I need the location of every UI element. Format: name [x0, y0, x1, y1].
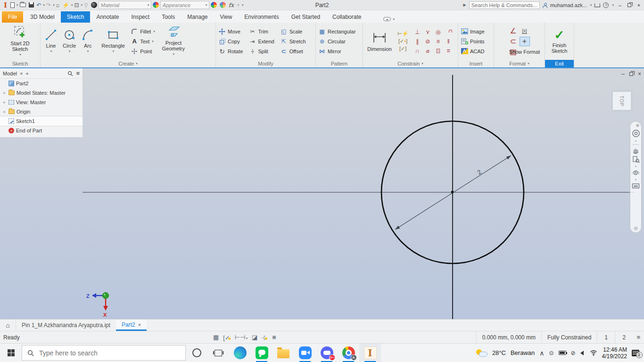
wifi-icon[interactable]	[590, 350, 597, 356]
home-tab-icon[interactable]: ⌂	[0, 320, 16, 331]
tab-close-icon[interactable]: ×	[138, 322, 141, 328]
taskbar-search[interactable]	[22, 345, 186, 361]
rectangle-button[interactable]: Rectangle▾	[98, 28, 128, 55]
app-store-cart-icon[interactable]	[594, 3, 601, 7]
finish-sketch-button[interactable]: ✓ Finish Sketch	[547, 28, 571, 54]
doc-minimize-button[interactable]: –	[621, 71, 625, 77]
circle-button[interactable]: Circle▾	[61, 28, 77, 55]
expand-icon[interactable]: +	[2, 109, 7, 115]
point-button[interactable]: Point	[131, 47, 155, 56]
adjust-appearance-icon[interactable]	[211, 2, 217, 8]
taskbar-app-line[interactable]	[251, 344, 272, 362]
sketch-canvas[interactable]: 2 Z X	[0, 68, 644, 319]
tab-get-started[interactable]: Get Started	[285, 11, 326, 23]
update-caret-icon[interactable]: ▾	[71, 3, 73, 7]
redo-icon[interactable]: ↷	[46, 2, 51, 8]
orbit-caret-icon[interactable]: ▾	[635, 178, 636, 181]
grid-snap-icon[interactable]: ▦	[213, 334, 219, 341]
document-tab-part2-active[interactable]: Part2 ×	[116, 320, 147, 331]
tray-expand-icon[interactable]: ∧	[539, 349, 544, 357]
tree-item-end-of-part[interactable]: × End of Part	[0, 126, 83, 135]
tab-inspect[interactable]: Inspect	[125, 11, 156, 23]
taskbar-app-zoom[interactable]	[294, 344, 316, 362]
dimension-button[interactable]: Dimension	[365, 30, 394, 52]
status-menu-icon[interactable]: ≡	[633, 334, 644, 341]
view-cube[interactable]: TOP	[612, 91, 631, 110]
collinear-constraint-icon[interactable]: ≡	[437, 38, 440, 45]
restore-button[interactable]	[627, 3, 631, 7]
smooth-constraint-icon[interactable]: ∩	[415, 48, 420, 54]
tab-3d-model[interactable]: 3D Model	[24, 11, 60, 23]
center-point-toggle-active[interactable]: +	[520, 37, 530, 46]
extend-button[interactable]: ⇥ Extend	[248, 37, 274, 46]
tree-item-model-states[interactable]: + Model States: Master	[0, 88, 83, 98]
search-expand-icon[interactable]: ▶	[463, 3, 466, 7]
rectangular-pattern-button[interactable]: ▦ Rectangular	[318, 27, 355, 36]
new-file-icon[interactable]	[10, 2, 15, 8]
meet-now-icon[interactable]: ⊙	[549, 350, 553, 356]
view-cube-face-label[interactable]: TOP	[619, 95, 624, 106]
show-constraints-icon[interactable]: [✓]	[399, 46, 406, 52]
redo-caret-icon[interactable]: ▾	[53, 3, 55, 7]
clear-appearance-icon[interactable]	[220, 2, 226, 8]
undo-caret-icon[interactable]: ▾	[43, 3, 45, 7]
taskbar-app-explorer[interactable]	[272, 344, 294, 362]
auto-dimension-icon[interactable]: ⊢⚡	[397, 31, 408, 37]
start-2d-sketch-button[interactable]: Start 2D Sketch▾	[6, 25, 35, 58]
browser-menu-icon[interactable]: ≡	[76, 70, 80, 77]
material-caret-icon[interactable]: ▾	[147, 3, 149, 7]
tree-item-view-master[interactable]: + View: Master	[0, 98, 83, 107]
format-panel-caret-icon[interactable]: ▾	[528, 62, 529, 66]
browser-search-icon[interactable]	[67, 71, 73, 76]
close-button[interactable]: ×	[636, 2, 642, 8]
tree-item-sketch1[interactable]: Sketch1	[0, 116, 83, 126]
help-caret-icon[interactable]: ▾	[612, 3, 614, 7]
material-combobox[interactable]: Material▾	[99, 1, 151, 9]
open-file-icon[interactable]	[20, 3, 26, 7]
taskbar-clock[interactable]: 12:46 AM 4/19/2022	[602, 346, 627, 360]
inventor-logo-icon[interactable]: I	[4, 1, 7, 9]
circular-pattern-button[interactable]: ⊛ Circular	[318, 37, 355, 46]
move-lookat-icon[interactable]: ⊹	[262, 334, 267, 341]
symmetric-constraint-icon[interactable]: [¦]	[436, 48, 440, 53]
text-button[interactable]: A Text▾	[131, 37, 155, 46]
start-button[interactable]	[0, 344, 22, 362]
insert-acad-button[interactable]: ACAD	[461, 47, 485, 56]
copy-button[interactable]: Copy	[218, 37, 243, 46]
save-icon[interactable]	[29, 2, 34, 8]
taskbar-search-input[interactable]	[38, 349, 161, 357]
tab-tools[interactable]: Tools	[156, 11, 181, 23]
slice-graphics-icon[interactable]: ◪	[252, 334, 257, 341]
doc-close-button[interactable]: ×	[638, 71, 641, 77]
cortana-button[interactable]	[186, 344, 207, 362]
select-caret-icon[interactable]: ▾	[81, 3, 83, 7]
tab-environments[interactable]: Environments	[238, 11, 285, 23]
taskbar-app-chrome[interactable]: A	[338, 344, 359, 362]
expand-icon[interactable]: +	[2, 90, 7, 96]
navigation-wheel-icon[interactable]	[632, 129, 640, 138]
arc-button[interactable]: Arc▾	[80, 28, 96, 55]
taskbar-app-edge[interactable]	[229, 344, 251, 362]
doc-restore-button[interactable]	[629, 72, 633, 76]
document-tab-pin[interactable]: Pin 1_M Azkhariandra Aryaputra.ipt	[16, 320, 116, 331]
line-button[interactable]: Line▾	[43, 28, 59, 55]
home-icon[interactable]: ⌂	[56, 2, 59, 8]
rotate-button[interactable]: ↻ Rotate	[218, 47, 243, 56]
pan-hand-icon[interactable]	[632, 147, 640, 154]
browser-add-icon[interactable]: +	[25, 71, 28, 76]
trim-button[interactable]: ✂ Trim	[248, 27, 274, 36]
mirror-button[interactable]: ⋈ Mirror	[318, 47, 355, 56]
browser-close-icon[interactable]: ×	[20, 71, 23, 76]
offset-button[interactable]: ⊂ Offset	[280, 47, 306, 56]
task-view-button[interactable]	[207, 344, 229, 362]
equal-constraint-icon[interactable]: =	[447, 48, 450, 54]
tab-manage[interactable]: Manage	[181, 11, 214, 23]
project-geometry-button[interactable]: Project Geometry▾	[157, 25, 190, 58]
scale-button[interactable]: ◱ Scale	[280, 27, 306, 36]
centerline-icon[interactable]: ⊂	[510, 37, 516, 46]
appearance-caret-icon[interactable]: ▾	[205, 3, 207, 7]
material-ball-icon[interactable]	[91, 2, 97, 8]
navbar-more-icon[interactable]: ⊖	[634, 226, 637, 231]
parallel-constraint-icon[interactable]: ∥	[416, 38, 419, 45]
stretch-button[interactable]: ⇱ Stretch	[280, 37, 306, 46]
